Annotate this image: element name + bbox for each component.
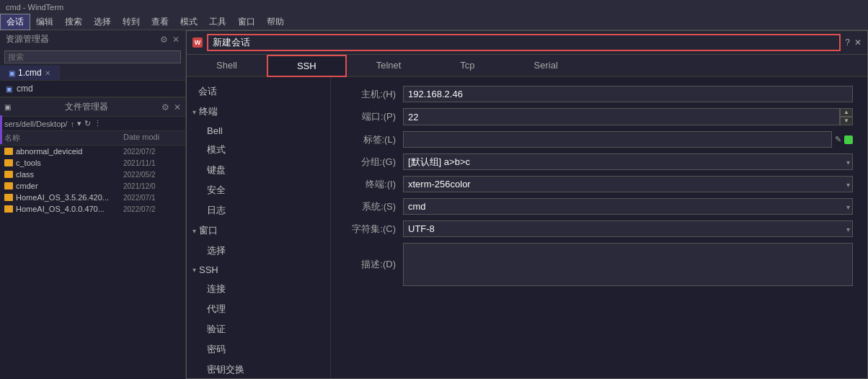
system-select-wrapper: cmd ▾ (403, 198, 853, 215)
tab-telnet[interactable]: Telnet (347, 55, 431, 76)
nav-group-terminal[interactable]: ▾ 终端 (187, 102, 330, 122)
file-date: 2022/07/2 (123, 205, 181, 213)
form-row-charset: 字符集:(C) UTF-8 ▾ (345, 220, 853, 237)
label-tag: 标签:(L) (345, 133, 403, 146)
form-row-tag: 标签:(L) ✎ (345, 131, 853, 148)
file-date: 2021/12/0 (123, 182, 181, 190)
file-table-header: 名称 Date modi (0, 131, 185, 146)
nav-child-auth[interactable]: 验证 (187, 319, 330, 339)
port-spinner: ▲ ▼ (403, 108, 853, 125)
input-tag[interactable] (403, 131, 832, 148)
dialog-nav: 会话 ▾ 终端 Bell 模式 键盘 安全 日志 ▾ 窗口 选择 ▾ SSH 连… (187, 77, 331, 378)
list-item[interactable]: abnormal_deviceid 2022/07/2 (0, 146, 185, 157)
resource-tab-bar: ▣ 1.cmd ✕ (0, 66, 185, 81)
select-terminal[interactable]: xterm-256color (403, 176, 853, 192)
select-charset[interactable]: UTF-8 (403, 220, 853, 237)
menu-item-select[interactable]: 选择 (88, 14, 117, 30)
menu-item-edit[interactable]: 编辑 (30, 14, 59, 30)
search-input[interactable] (4, 50, 181, 63)
left-sidebar: 资源管理器 ⚙ ✕ ▣ 1.cmd ✕ ▣ cmd (0, 30, 186, 379)
nav-group-ssh-label: SSH (199, 264, 218, 275)
nav-child-connect[interactable]: 连接 (187, 279, 330, 299)
form-row-group: 分组:(G) [默认组] a>b>c ▾ (345, 153, 853, 170)
nav-child-proxy[interactable]: 代理 (187, 299, 330, 319)
nav-item-session[interactable]: 会话 (187, 81, 330, 102)
form-row-port: 端口:(P) ▲ ▼ (345, 108, 853, 125)
resource-manager-icons: ⚙ ✕ (160, 35, 180, 45)
textarea-desc[interactable] (403, 243, 853, 286)
resource-manager-title: 资源管理器 (6, 33, 49, 45)
file-date: 2022/07/1 (123, 194, 181, 202)
list-item[interactable]: HomeAI_OS_3.5.26.420... 2022/07/1 (0, 192, 185, 203)
list-item[interactable]: cmder 2021/12/0 (0, 180, 185, 192)
tab-shell[interactable]: Shell (187, 55, 267, 76)
menu-item-search[interactable]: 搜索 (59, 14, 88, 30)
close-icon[interactable]: ✕ (172, 35, 180, 45)
tab-ssh[interactable]: SSH (267, 55, 347, 77)
tab-tcp[interactable]: Tcp (430, 55, 504, 76)
select-system[interactable]: cmd (403, 198, 853, 215)
group-select-wrapper: [默认组] a>b>c ▾ (403, 153, 853, 170)
nav-group-ssh[interactable]: ▾ SSH (187, 261, 330, 279)
list-item[interactable]: class 2022/05/2 (0, 169, 185, 180)
menu-bar: 会话 编辑 搜索 选择 转到 查看 模式 工具 窗口 帮助 (0, 14, 868, 30)
dialog-help-btn[interactable]: ? (845, 37, 850, 48)
file-close-icon[interactable]: ✕ (174, 102, 181, 112)
form-row-system: 系统:(S) cmd ▾ (345, 198, 853, 215)
list-item[interactable]: c_tools 2021/11/1 (0, 157, 185, 169)
nav-child-key-exchange[interactable]: 密钥交换 (187, 360, 330, 378)
col-date-header: Date modi (123, 133, 181, 143)
tab-1-cmd[interactable]: ▣ 1.cmd ✕ (0, 66, 60, 80)
nav-child-log[interactable]: 日志 (187, 200, 330, 220)
nav-child-bell[interactable]: Bell (187, 122, 330, 140)
folder-icon (4, 171, 13, 178)
dialog-title-bar: W 新建会话 ? ✕ (187, 31, 867, 55)
list-item[interactable]: HomeAI_OS_4.0.0.470... 2022/07/2 (0, 203, 185, 215)
form-row-host: 主机:(H) (345, 86, 853, 102)
nav-child-select[interactable]: 选择 (187, 241, 330, 261)
cmd-label: cmd (17, 84, 33, 94)
tag-color-dot (844, 135, 853, 144)
nav-child-security[interactable]: 安全 (187, 180, 330, 200)
nav-group-window[interactable]: ▾ 窗口 (187, 220, 330, 241)
down-icon[interactable]: ▾ (77, 119, 81, 128)
nav-child-mode[interactable]: 模式 (187, 140, 330, 160)
path-text: sers/dell/Desktop/ (4, 120, 67, 128)
label-system: 系统:(S) (345, 200, 403, 213)
port-spin-down[interactable]: ▼ (840, 117, 853, 125)
dialog-close-btn[interactable]: ✕ (854, 37, 862, 48)
settings-icon[interactable]: ⚙ (160, 35, 168, 45)
menu-item-view[interactable]: 查看 (146, 14, 174, 30)
input-host[interactable] (403, 86, 853, 102)
menu-item-session[interactable]: 会话 (0, 14, 30, 30)
refresh-icon[interactable]: ↻ (84, 119, 91, 128)
label-port: 端口:(P) (345, 110, 403, 123)
menu-item-window[interactable]: 窗口 (232, 14, 261, 30)
tab-label: 1.cmd (18, 68, 42, 78)
file-settings-icon[interactable]: ⚙ (161, 102, 169, 112)
dialog-body: 会话 ▾ 终端 Bell 模式 键盘 安全 日志 ▾ 窗口 选择 ▾ SSH 连… (187, 77, 867, 378)
menu-item-help[interactable]: 帮助 (261, 14, 290, 30)
tab-serial[interactable]: Serial (505, 55, 588, 76)
form-row-terminal: 终端:(I) xterm-256color ▾ (345, 176, 853, 192)
menu-item-mode[interactable]: 模式 (174, 14, 203, 30)
tag-edit-icon[interactable]: ✎ (835, 135, 841, 144)
select-group[interactable]: [默认组] a>b>c (403, 153, 853, 170)
tab-close-btn[interactable]: ✕ (45, 69, 50, 77)
col-name-header: 名称 (4, 133, 123, 143)
more-icon[interactable]: ⋮ (94, 119, 102, 128)
nav-child-keyboard[interactable]: 键盘 (187, 160, 330, 180)
folder-icon (4, 182, 13, 190)
input-port[interactable] (403, 108, 840, 125)
resource-manager-section: 资源管理器 ⚙ ✕ ▣ 1.cmd ✕ ▣ cmd (0, 30, 185, 97)
port-spin-up[interactable]: ▲ (840, 108, 853, 117)
menu-item-goto[interactable]: 转到 (117, 14, 146, 30)
folder-icon (4, 159, 13, 166)
title-text: cmd - WindTerm (6, 3, 63, 12)
cmd-item[interactable]: ▣ cmd (0, 81, 185, 97)
file-name: class (16, 170, 120, 179)
up-icon[interactable]: ↑ (70, 120, 74, 128)
nav-child-password[interactable]: 密码 (187, 339, 330, 360)
menu-item-tools[interactable]: 工具 (203, 14, 232, 30)
vertical-indicator (0, 115, 2, 144)
